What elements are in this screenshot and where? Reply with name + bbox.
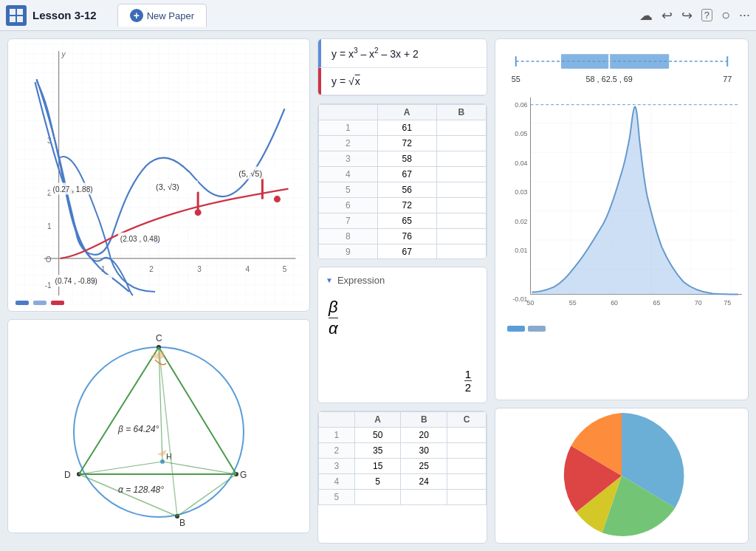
frac-numerator: β (329, 298, 338, 317)
row-number: 8 (319, 228, 378, 244)
table-row: 467 (319, 166, 487, 182)
svg-text:B: B (179, 518, 185, 528)
cell: 72 (377, 135, 436, 151)
cell: 72 (377, 197, 436, 213)
row-number: 5 (319, 182, 378, 197)
help-icon[interactable]: ? (701, 9, 712, 21)
table1-panel: A B 16127235846755667276587696710551170 (317, 103, 487, 259)
svg-text:0.03: 0.03 (515, 188, 527, 196)
cell (447, 428, 487, 443)
table-row: 5 (319, 490, 487, 505)
graph-panel: 3 2 1 O -1 1 2 3 4 5 y (7, 38, 310, 312)
app-logo[interactable] (6, 5, 27, 26)
cell (436, 120, 486, 135)
table-row: 15020 (319, 428, 487, 443)
equations-panel: y = x3 – x2 – 3x + 2 y = √x (317, 38, 487, 96)
svg-text:G: G (240, 470, 247, 480)
svg-rect-60 (561, 54, 669, 69)
cell: 25 (401, 459, 447, 474)
row-number: 7 (319, 213, 378, 228)
boxplot-area: 55 58 , 62.5 , 69 77 (501, 45, 742, 89)
table-row: 272 (319, 135, 487, 151)
svg-text:-1: -1 (45, 281, 52, 290)
svg-text:0.02: 0.02 (515, 218, 527, 225)
cell (436, 135, 486, 151)
cell (436, 213, 486, 228)
cell: 30 (401, 443, 447, 459)
boxplot-svg: 55 58 , 62.5 , 69 77 (501, 45, 742, 89)
svg-text:β = 64.24°: β = 64.24° (117, 424, 159, 434)
row-number: 2 (319, 135, 378, 151)
svg-text:D: D (64, 470, 71, 480)
svg-rect-2 (10, 16, 16, 22)
cell: 67 (377, 244, 436, 259)
distribution-panel: 55 58 , 62.5 , 69 77 0. (495, 38, 749, 400)
expression-header: ▼ Expression (326, 275, 479, 286)
col-header-row (319, 104, 378, 120)
cell (436, 228, 486, 244)
table-row: 31525 (319, 459, 487, 474)
expression-value: 1 2 (464, 366, 472, 394)
svg-text:(5, √5): (5, √5) (238, 169, 262, 178)
svg-text:60: 60 (611, 299, 618, 307)
topbar-actions: ☁ ↩ ↪ ? ○ ··· (639, 7, 750, 24)
svg-text:0.01: 0.01 (515, 247, 527, 254)
t2-col-b: B (401, 412, 447, 428)
row-number: 9 (319, 244, 378, 259)
cell (401, 490, 447, 505)
tab-label: New Paper (147, 10, 194, 21)
cell: 56 (377, 182, 436, 197)
frac-denominator: α (329, 319, 338, 338)
table-row: 23530 (319, 443, 487, 459)
row-number: 3 (319, 151, 378, 166)
col-header-a: A (377, 104, 436, 120)
expression-fraction: β α (329, 298, 338, 339)
svg-text:5: 5 (283, 265, 287, 273)
new-paper-tab[interactable]: + New Paper (117, 4, 207, 27)
svg-text:50: 50 (527, 299, 535, 307)
svg-text:55: 55 (569, 299, 577, 307)
cell (447, 490, 487, 505)
row-number: 5 (319, 490, 355, 505)
page-title: Lesson 3-12 (32, 9, 97, 21)
svg-rect-1 (17, 9, 23, 15)
svg-text:58 , 62.5 , 69: 58 , 62.5 , 69 (586, 75, 633, 83)
t2-col-a: A (354, 412, 401, 428)
svg-text:O: O (46, 256, 52, 264)
svg-text:77: 77 (723, 75, 732, 83)
dist-legend-blue (507, 326, 525, 332)
expression-panel: ▼ Expression β α 1 2 (317, 267, 487, 403)
svg-line-50 (177, 474, 236, 516)
svg-text:(0.74 , -0.89): (0.74 , -0.89) (55, 277, 97, 285)
tab-plus-icon: + (130, 9, 143, 22)
table2-panel: A B C 15020235303152545245 (317, 411, 487, 544)
equation-1: y = x3 – x2 – 3x + 2 (318, 39, 487, 68)
table-row: 358 (319, 151, 487, 166)
table1-scroll[interactable]: A B 16127235846755667276587696710551170 (318, 104, 487, 259)
svg-line-51 (79, 474, 177, 516)
table-row: 161 (319, 120, 487, 135)
expression-arrow-icon: ▼ (326, 276, 333, 284)
redo-icon[interactable]: ↪ (681, 7, 693, 24)
svg-text:2: 2 (149, 265, 154, 273)
cloud-icon[interactable]: ☁ (639, 7, 653, 24)
t2-col-c: C (447, 412, 487, 428)
svg-text:(0.27 , 1.88): (0.27 , 1.88) (53, 185, 93, 194)
svg-text:70: 70 (695, 299, 702, 307)
table-row: 967 (319, 244, 487, 259)
table-row: 876 (319, 228, 487, 244)
table2-scroll[interactable]: A B C 15020235303152545245 (318, 411, 487, 543)
svg-text:4: 4 (246, 265, 250, 273)
cell (354, 490, 401, 505)
more-icon[interactable]: ··· (739, 7, 750, 23)
undo-icon[interactable]: ↩ (662, 7, 673, 24)
pie-svg (555, 409, 688, 542)
legend-red (51, 301, 64, 305)
account-icon[interactable]: ○ (721, 7, 730, 24)
frac-value: 1 2 (464, 366, 472, 381)
dist-legend (501, 324, 742, 333)
expression-content: β α (326, 292, 479, 345)
legend-lightblue (33, 301, 47, 305)
equation-2: y = √x (318, 68, 487, 95)
graph-svg: 3 2 1 O -1 1 2 3 4 5 y (13, 44, 305, 307)
